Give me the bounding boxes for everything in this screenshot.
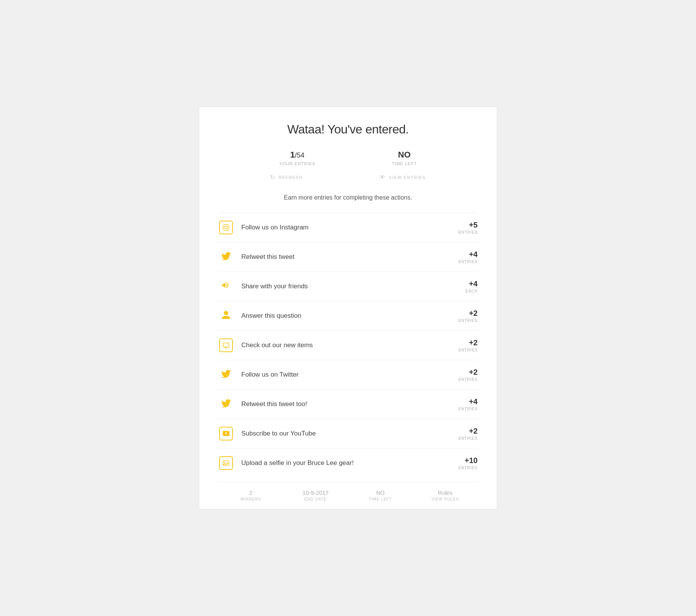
stats-row: 1/54 YOUR ENTRIES NO TIME LEFT <box>218 150 478 166</box>
entries-display: +4 EACH <box>451 280 478 293</box>
time-left-value: NO <box>348 489 413 496</box>
actions-row: ↻ REFRESH 👁 VIEW ENTRIES <box>218 174 478 181</box>
monitor-icon-wrapper <box>218 338 234 353</box>
monitor-icon <box>219 338 233 352</box>
action-label: Upload a selfie in your Bruce Lee gear! <box>241 459 451 467</box>
svg-point-2 <box>227 226 228 226</box>
time-label: TIME LEFT <box>392 161 417 166</box>
eye-icon: 👁 <box>379 174 386 181</box>
youtube-icon-wrapper <box>218 426 234 441</box>
entries-stat: 1/54 YOUR ENTRIES <box>279 150 315 166</box>
rules-label: VIEW RULES <box>413 497 478 501</box>
entries-display: +5 ENTRIES <box>451 221 478 234</box>
twitter-icon-3 <box>221 399 231 410</box>
megaphone-icon-wrapper <box>218 279 234 294</box>
megaphone-icon <box>221 281 231 292</box>
entries-value: 1/54 <box>279 150 315 160</box>
twitter-icon-wrapper-3 <box>218 397 234 412</box>
svg-point-1 <box>224 226 228 229</box>
earn-text: Earn more entries for completing these a… <box>218 194 478 201</box>
twitter-icon <box>221 252 231 262</box>
entries-display: +2 ENTRIES <box>451 338 478 352</box>
time-value: NO <box>392 150 417 160</box>
end-date-label: END DATE <box>283 497 348 501</box>
twitter-icon-wrapper <box>218 249 234 265</box>
list-item[interactable]: Answer this question +2 ENTRIES <box>218 301 478 330</box>
time-left-label: TIME LEFT <box>348 497 413 501</box>
action-label: Subscribe to our YouTube <box>241 430 451 437</box>
action-label: Retweet this tweet too! <box>241 400 451 408</box>
time-stat: NO TIME LEFT <box>392 150 417 166</box>
image-icon-wrapper <box>218 455 234 471</box>
svg-rect-0 <box>223 225 229 231</box>
rules-link[interactable]: Rules <box>413 489 478 496</box>
winners-value: 2 <box>218 489 283 496</box>
entries-display: +4 ENTRIES <box>451 397 478 411</box>
entries-display: +2 ENTRIES <box>451 427 478 440</box>
person-icon <box>222 310 230 322</box>
entries-display: +4 ENTRIES <box>451 250 478 264</box>
entries-display: +2 ENTRIES <box>451 309 478 323</box>
list-item[interactable]: Follow us on Instagram +5 ENTRIES <box>218 213 478 242</box>
twitter-icon-2 <box>221 369 231 380</box>
footer-winners: 2 WINNERS <box>218 489 283 501</box>
page-title: Wataa! You've entered. <box>218 122 478 137</box>
action-label: Follow us on Twitter <box>241 371 451 379</box>
twitter-icon-wrapper-2 <box>218 367 234 382</box>
entries-display: +2 ENTRIES <box>451 368 478 382</box>
main-card: Wataa! You've entered. 1/54 YOUR ENTRIES… <box>199 107 497 509</box>
entries-display: +10 ENTRIES <box>451 456 478 470</box>
action-list: Follow us on Instagram +5 ENTRIES Retwee… <box>218 213 478 478</box>
list-item[interactable]: Subscribe to our YouTube +2 ENTRIES <box>218 419 478 448</box>
action-label: Check out our new items <box>241 341 451 349</box>
list-item[interactable]: Retweet this tweet +4 ENTRIES <box>218 242 478 271</box>
image-icon <box>219 456 233 470</box>
svg-point-7 <box>224 462 226 463</box>
refresh-icon: ↻ <box>270 174 276 181</box>
action-label: Follow us on Instagram <box>241 224 451 231</box>
action-label: Share with your friends <box>241 283 451 290</box>
winners-label: WINNERS <box>218 497 283 501</box>
footer-time-left: NO TIME LEFT <box>348 489 413 501</box>
svg-rect-3 <box>223 343 229 347</box>
footer-rules[interactable]: Rules VIEW RULES <box>413 489 478 501</box>
list-item[interactable]: Follow us on Twitter +2 ENTRIES <box>218 360 478 389</box>
action-label: Answer this question <box>241 312 451 320</box>
end-date-value: 10-9-2017 <box>283 489 348 496</box>
footer-end-date: 10-9-2017 END DATE <box>283 489 348 501</box>
refresh-button[interactable]: ↻ REFRESH <box>270 174 303 181</box>
list-item[interactable]: Share with your friends +4 EACH <box>218 271 478 301</box>
instagram-icon-wrapper <box>218 220 234 235</box>
entries-label: YOUR ENTRIES <box>279 161 315 166</box>
youtube-icon <box>219 427 233 440</box>
action-label: Retweet this tweet <box>241 253 451 261</box>
view-entries-button[interactable]: 👁 VIEW ENTRIES <box>379 174 426 181</box>
person-icon-wrapper <box>218 308 234 323</box>
instagram-icon <box>219 221 233 234</box>
list-item[interactable]: Upload a selfie in your Bruce Lee gear! … <box>218 448 478 478</box>
list-item[interactable]: Check out our new items +2 ENTRIES <box>218 330 478 360</box>
list-item[interactable]: Retweet this tweet too! +4 ENTRIES <box>218 389 478 419</box>
footer: 2 WINNERS 10-9-2017 END DATE NO TIME LEF… <box>218 481 478 509</box>
